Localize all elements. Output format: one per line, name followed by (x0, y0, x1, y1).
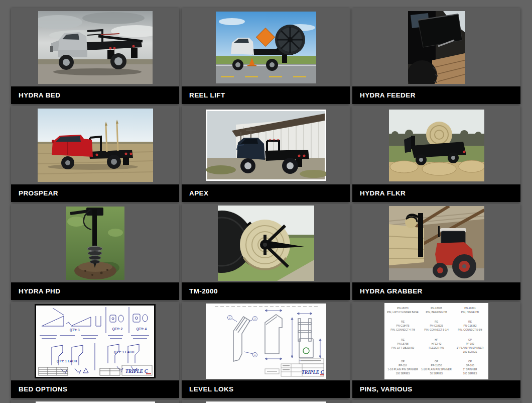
product-label: LEVEL LOKS (182, 380, 350, 398)
product-tile-hydra-grabber[interactable]: HYDRA GRABBER (352, 204, 520, 300)
partial-drawing (182, 400, 350, 403)
hydra-flkr-photo (352, 106, 520, 184)
apex-photo (182, 106, 350, 184)
product-label: HYDRA FEEDER (352, 86, 520, 104)
qty-label: QTY: 4 (137, 327, 147, 331)
product-tile-reel-lift[interactable]: REEL LIFT (182, 8, 350, 104)
product-label: HYDRA BED (11, 86, 179, 104)
product-tile-hydra-feeder[interactable]: HYDRA FEEDER (352, 8, 520, 104)
qty-label: QTY: 1 EACH (57, 359, 77, 363)
pin-entry: OP PP-100 1" PLAIN PIN SPINNER 100 SERIE… (454, 338, 486, 354)
product-label-text: HYDRA FLKR (360, 189, 406, 197)
hydra-phd-photo (11, 204, 179, 282)
pin-entry: OP PP-11850 1-1/8 PLAIN PIN SPINNER 50 S… (420, 359, 453, 375)
product-tile-bed-options[interactable]: QTY: 1 QTY: 2 QTY: 4 QTY: 1 EACH QTY: 1 … (11, 302, 179, 398)
product-label: HYDRA FLKR (352, 184, 520, 202)
pin-entry: HF HF12-42 FEEDER PIN (420, 338, 453, 350)
product-label: HYDRA PHD (11, 282, 179, 300)
triple-c-logo: TRIPLE C (301, 369, 324, 375)
product-tile-hydra-phd[interactable]: HYDRA PHD (11, 204, 179, 300)
level-loks-drawing: 2 3 1 (182, 302, 350, 380)
hydra-feeder-photo (352, 8, 520, 86)
pin-entry: PN-18305 PIN, BEARING HB (420, 306, 453, 314)
product-label-text: LEVEL LOKS (189, 385, 234, 393)
pin-entry: RE PN-L5768 PIN, LIFT DB200 50 (386, 338, 419, 350)
pin-entry: OP SP-100 1" SPINNER 100 SERIES (454, 359, 486, 375)
pin-entry: PN-18373 PIN, LIFT CYLINDER BASE (386, 306, 419, 314)
triple-c-logo: TRIPLE C (125, 368, 148, 374)
pin-entry: RE PN-C18382 PIN, CONNECT 5-5/8 (454, 320, 486, 332)
qty-label: QTY: 2 (112, 327, 123, 331)
pin-entry: RE PN-C18325 PIN, CONNECT 5-1/4 (420, 320, 453, 332)
product-label: APEX (182, 184, 350, 202)
callout-number: 1 (254, 353, 255, 356)
product-tile-hydra-bed[interactable]: HYDRA BED (11, 8, 179, 104)
product-label: REEL LIFT (182, 86, 350, 104)
product-label-text: REEL LIFT (189, 91, 225, 99)
product-label-text: APEX (189, 189, 208, 197)
product-tile-apex[interactable]: APEX (182, 106, 350, 202)
qty-label: QTY: 1 (70, 328, 80, 332)
qty-label: QTY: 1 EACH (114, 350, 135, 354)
callout-number: 3 (254, 317, 255, 320)
prospear-photo (11, 106, 179, 184)
pins-parts-sheet: PN-18373 PIN, LIFT CYLINDER BASE PN-1830… (352, 302, 520, 380)
hydra-bed-photo (11, 8, 179, 86)
pin-entry: RE PN-C18475 PIN, CONNECT 4-7/8 (386, 320, 419, 332)
product-tile-level-loks[interactable]: 2 3 1 (182, 302, 350, 398)
product-tile-tm-2000[interactable]: TM-2000 (182, 204, 350, 300)
callout-number: 2 (229, 316, 230, 319)
partial-photo (352, 400, 520, 403)
product-tile-partial[interactable] (352, 400, 520, 403)
product-label-text: TM-2000 (189, 287, 218, 295)
product-label-text: BED OPTIONS (19, 385, 67, 393)
product-label: PINS, VARIOUS (352, 380, 520, 398)
product-tile-prospear[interactable]: PROSPEAR (11, 106, 179, 202)
product-tile-pins-various[interactable]: PN-18373 PIN, LIFT CYLINDER BASE PN-1830… (352, 302, 520, 398)
product-label-text: HYDRA FEEDER (360, 91, 416, 99)
partial-drawing (11, 400, 179, 403)
product-tile-partial[interactable] (182, 400, 350, 403)
product-label: PROSPEAR (11, 184, 179, 202)
tm-2000-photo (182, 204, 350, 282)
product-label: HYDRA GRABBER (352, 282, 520, 300)
product-label-text: HYDRA GRABBER (360, 287, 423, 295)
product-grid: HYDRA BED (11, 8, 521, 403)
product-label: TM-2000 (182, 282, 350, 300)
pin-entry: PN-18301 PIN, HINGE HB (454, 306, 486, 314)
pin-entry: OP PP-118 1-1/8 PLAIN PIN SPINNER 100 SE… (386, 359, 419, 375)
product-label-text: PROSPEAR (19, 189, 58, 197)
product-label: BED OPTIONS (11, 380, 179, 398)
product-label-text: PINS, VARIOUS (360, 385, 413, 393)
bed-options-drawing: QTY: 1 QTY: 2 QTY: 4 QTY: 1 EACH QTY: 1 … (11, 302, 179, 380)
reel-lift-photo (182, 8, 350, 86)
hydra-grabber-photo (352, 204, 520, 282)
product-tile-hydra-flkr[interactable]: HYDRA FLKR (352, 106, 520, 202)
product-label-text: HYDRA BED (19, 91, 60, 99)
product-tile-partial[interactable] (11, 400, 179, 403)
product-label-text: HYDRA PHD (19, 287, 60, 295)
